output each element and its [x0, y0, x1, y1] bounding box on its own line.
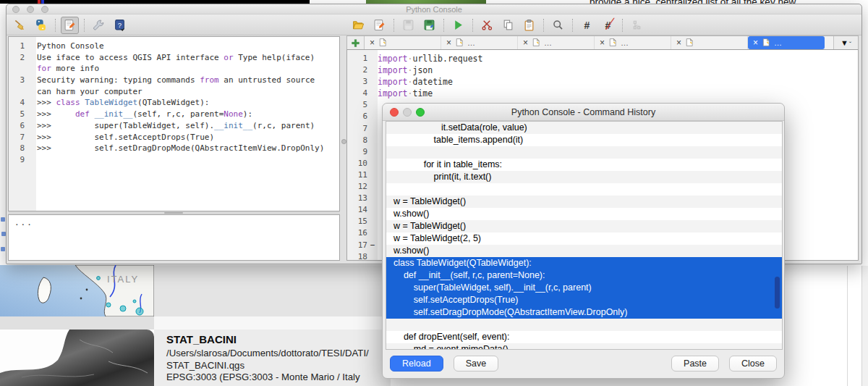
folder-open-icon — [352, 19, 365, 31]
history-row[interactable]: def __init__(self, r,c, parent=None): — [386, 269, 782, 282]
fold-marker[interactable]: − — [367, 240, 378, 251]
script-page-icon — [378, 38, 387, 47]
line-number: 7 — [347, 123, 367, 135]
editor-tab-6[interactable]: ×… — [748, 36, 825, 49]
fold-marker — [367, 204, 378, 216]
scrollbar-thumb[interactable] — [775, 277, 780, 309]
help-button[interactable]: ? — [111, 17, 129, 34]
history-row[interactable]: it.setData(role, value) — [386, 122, 782, 134]
dialog-titlebar[interactable]: Python Console - Command History — [383, 104, 784, 121]
options-button[interactable] — [90, 17, 108, 34]
history-row[interactable]: self.setDragDropMode(QAbstractItemView.D… — [386, 306, 782, 319]
new-tab-button[interactable] — [347, 36, 365, 49]
close-tab-icon[interactable]: × — [370, 38, 375, 47]
script-page-icon — [373, 19, 386, 31]
copy-button[interactable] — [499, 17, 517, 34]
fold-marker — [367, 111, 378, 122]
script-page-icon — [532, 38, 540, 47]
reload-button[interactable]: Reload — [390, 356, 443, 372]
fold-marker — [367, 158, 378, 169]
object-inspector-button[interactable] — [628, 17, 646, 34]
history-row[interactable]: w = TableWidget(2, 5) — [386, 232, 782, 245]
paste-history-button[interactable]: Paste — [671, 356, 719, 372]
history-row[interactable]: table_items.append(it) — [386, 134, 782, 146]
history-row[interactable]: w.show() — [386, 208, 782, 220]
history-row[interactable]: w = TableWidget() — [386, 196, 782, 208]
save-history-button[interactable]: Save — [454, 356, 499, 372]
close-tab-icon[interactable]: × — [446, 38, 451, 47]
window-titlebar[interactable]: Python Console — [7, 4, 861, 14]
fold-marker — [367, 64, 378, 76]
history-row[interactable]: self.setAcceptDrops(True) — [386, 294, 782, 306]
fold-marker — [367, 227, 378, 239]
save-as-button[interactable] — [420, 17, 438, 34]
line-number: 5 — [9, 109, 30, 120]
history-row[interactable]: class TableWidget(QTableWidget): — [386, 257, 782, 269]
vertical-splitter-handle[interactable] — [341, 139, 346, 144]
comment-button[interactable]: # — [578, 17, 596, 34]
editor-tab-1[interactable]: × — [365, 36, 441, 49]
console-line: 3Security warning: typing commands from … — [9, 75, 339, 86]
python-icon — [35, 19, 47, 31]
recent-project-info[interactable]: STAT_BACINI /Users/slarosa/Documents/dot… — [166, 333, 383, 384]
history-row[interactable] — [386, 319, 782, 331]
history-row[interactable]: w = TableWidget() — [386, 220, 782, 232]
script-page-icon — [455, 38, 464, 47]
line-number: 1 — [9, 41, 30, 52]
close-tab-icon[interactable]: × — [523, 38, 528, 47]
editor-tab-3[interactable]: ×… — [518, 36, 595, 49]
run-command-button[interactable] — [32, 17, 50, 34]
console-toolbar: ? — [7, 14, 861, 35]
line-number: 4 — [347, 88, 367, 99]
history-row[interactable]: super(TableWidget, self).__init__(r,c, p… — [386, 282, 782, 294]
paste-button[interactable] — [520, 17, 538, 34]
close-tab-icon[interactable]: × — [600, 38, 605, 47]
line-number — [9, 86, 30, 98]
close-dialog-button[interactable]: Close — [729, 356, 777, 372]
open-script-button[interactable] — [349, 17, 367, 34]
close-tab-icon[interactable]: × — [753, 38, 758, 47]
command-history-list[interactable]: it.setData(role, value) table_items.appe… — [386, 121, 783, 350]
plus-icon — [351, 38, 360, 48]
uncomment-button[interactable]: # ╱ — [599, 17, 617, 34]
console-input[interactable]: ... — [8, 214, 340, 261]
line-number — [9, 63, 30, 75]
editor-tab-2[interactable]: ×… — [441, 36, 518, 49]
run-script-button[interactable] — [449, 17, 467, 34]
editor-tab-5[interactable]: × — [671, 36, 748, 49]
clear-console-button[interactable] — [11, 17, 29, 34]
history-row[interactable]: print(it, it.text() — [386, 171, 782, 183]
save-button[interactable] — [399, 17, 417, 34]
line-number: 7 — [9, 132, 30, 143]
line-number: 2 — [9, 52, 30, 64]
history-row[interactable]: w.show() — [386, 245, 782, 257]
command-history-dialog: Python Console - Command History it.setD… — [382, 103, 785, 379]
console-output[interactable]: 1Python Console2Use iface to access QGIS… — [8, 36, 340, 211]
show-editor-button[interactable] — [61, 17, 79, 34]
italy-map-thumbnail[interactable]: ITALY — [0, 265, 154, 316]
history-row[interactable]: for it in table_items: — [386, 159, 782, 171]
fold-marker — [367, 88, 378, 99]
line-number: 3 — [347, 76, 367, 88]
new-editor-button[interactable] — [370, 17, 388, 34]
cut-button[interactable] — [478, 17, 496, 34]
console-line: 6>>> super(TableWidget, self).__init__(r… — [9, 120, 339, 132]
fold-marker — [367, 99, 378, 111]
history-row[interactable] — [386, 183, 782, 196]
slash-icon: ╱ — [605, 17, 613, 30]
toolbar-separator — [543, 19, 544, 32]
history-row[interactable]: def dropEvent(self, event): — [386, 331, 782, 343]
editor-tab-4[interactable]: ×… — [595, 36, 671, 49]
history-row[interactable] — [386, 146, 782, 159]
line-number: 9 — [9, 154, 30, 166]
console-line: 2Use iface to access QGIS API interface … — [9, 52, 339, 64]
tab-list-dropdown[interactable]: ▼ ˇ — [833, 36, 858, 49]
close-tab-icon[interactable]: × — [676, 38, 681, 47]
find-text-button[interactable] — [549, 17, 567, 34]
console-line: 7>>> self.setAcceptDrops(True) — [9, 132, 339, 143]
recent-project-row-background — [154, 265, 391, 316]
terrain-thumbnail[interactable] — [0, 330, 154, 386]
line-number: 2 — [347, 64, 367, 76]
script-editor-icon — [64, 19, 76, 31]
line-number: 3 — [9, 75, 30, 86]
